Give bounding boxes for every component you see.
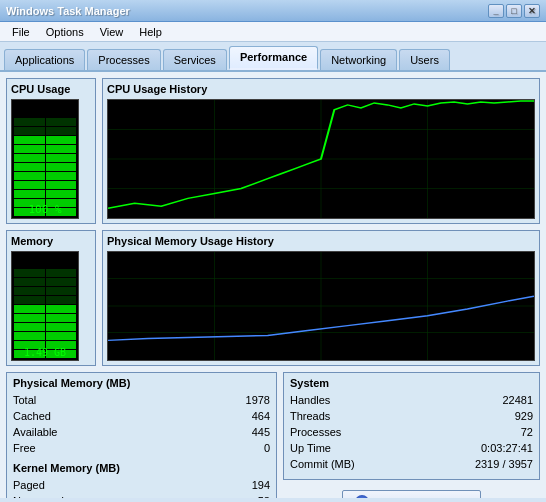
tabs-bar: Applications Processes Services Performa… — [0, 42, 546, 72]
cpu-gauge: 100 % — [11, 99, 79, 219]
tab-users[interactable]: Users — [399, 49, 450, 70]
menu-file[interactable]: File — [4, 24, 38, 40]
memory-label: Memory — [11, 235, 91, 247]
kernel-value-paged: 194 — [252, 477, 270, 493]
phys-mem-label-cached: Cached — [13, 408, 51, 424]
system-row-commit: Commit (MB) 2319 / 3957 — [290, 456, 533, 472]
kernel-mem-row-nonpaged: Nonpaged 58 — [13, 493, 270, 498]
resource-monitor-icon — [355, 495, 369, 498]
phys-mem-label-total: Total — [13, 392, 36, 408]
memory-history-label: Physical Memory Usage History — [107, 235, 535, 247]
phys-mem-value-total: 1978 — [246, 392, 270, 408]
system-value-handles: 22481 — [502, 392, 533, 408]
top-row: CPU Usage 100 % — [6, 78, 540, 224]
cpu-usage-label: CPU Usage — [11, 83, 91, 95]
system-value-threads: 929 — [515, 408, 533, 424]
system-title: System — [290, 377, 533, 389]
memory-history-section: Physical Memory Usage History — [102, 230, 540, 366]
system-value-processes: 72 — [521, 424, 533, 440]
system-stats: System Handles 22481 Threads 929 Process… — [283, 372, 540, 480]
phys-mem-label-available: Available — [13, 424, 57, 440]
memory-row: Memory 1.49 GB Physical Memo — [6, 230, 540, 366]
tab-performance[interactable]: Performance — [229, 46, 318, 70]
menu-options[interactable]: Options — [38, 24, 92, 40]
close-button[interactable]: ✕ — [524, 4, 540, 18]
title-bar-buttons[interactable]: _ □ ✕ — [488, 4, 540, 18]
tab-processes[interactable]: Processes — [87, 49, 160, 70]
minimize-button[interactable]: _ — [488, 4, 504, 18]
tab-applications[interactable]: Applications — [4, 49, 85, 70]
system-label-uptime: Up Time — [290, 440, 331, 456]
system-label-processes: Processes — [290, 424, 341, 440]
resource-monitor-button[interactable]: Resource Monitor... — [342, 490, 481, 498]
memory-value: 1.49 GB — [12, 347, 78, 358]
cpu-bars — [12, 100, 78, 218]
tab-networking[interactable]: Networking — [320, 49, 397, 70]
system-value-commit: 2319 / 3957 — [475, 456, 533, 472]
menu-view[interactable]: View — [92, 24, 132, 40]
system-row-uptime: Up Time 0:03:27:41 — [290, 440, 533, 456]
cpu-history-label: CPU Usage History — [107, 83, 535, 95]
phys-mem-label-free: Free — [13, 440, 36, 456]
phys-mem-row-free: Free 0 — [13, 440, 270, 456]
menu-help[interactable]: Help — [131, 24, 170, 40]
maximize-button[interactable]: □ — [506, 4, 522, 18]
memory-history-svg — [108, 252, 534, 360]
title-bar: Windows Task Manager _ □ ✕ — [0, 0, 546, 22]
cpu-history-section: CPU Usage History — [102, 78, 540, 224]
cpu-history-chart — [107, 99, 535, 219]
phys-mem-row-total: Total 1978 — [13, 392, 270, 408]
cpu-history-svg — [108, 100, 534, 218]
system-row-threads: Threads 929 — [290, 408, 533, 424]
cpu-value: 100 % — [12, 203, 78, 216]
phys-mem-row-cached: Cached 464 — [13, 408, 270, 424]
memory-history-chart — [107, 251, 535, 361]
physical-memory-stats: Physical Memory (MB) Total 1978 Cached 4… — [6, 372, 277, 498]
system-label-commit: Commit (MB) — [290, 456, 355, 472]
kernel-memory-title: Kernel Memory (MB) — [13, 462, 270, 474]
kernel-label-nonpaged: Nonpaged — [13, 493, 64, 498]
menu-bar: File Options View Help — [0, 22, 546, 42]
phys-mem-row-available: Available 445 — [13, 424, 270, 440]
system-label-threads: Threads — [290, 408, 330, 424]
kernel-value-nonpaged: 58 — [258, 493, 270, 498]
resource-monitor-container: Resource Monitor... — [283, 490, 540, 498]
tab-services[interactable]: Services — [163, 49, 227, 70]
system-row-handles: Handles 22481 — [290, 392, 533, 408]
phys-mem-value-free: 0 — [264, 440, 270, 456]
system-value-uptime: 0:03:27:41 — [481, 440, 533, 456]
phys-mem-value-available: 445 — [252, 424, 270, 440]
performance-content: CPU Usage 100 % — [0, 72, 546, 498]
kernel-label-paged: Paged — [13, 477, 45, 493]
phys-mem-value-cached: 464 — [252, 408, 270, 424]
system-row-processes: Processes 72 — [290, 424, 533, 440]
mem-bars — [12, 252, 78, 360]
cpu-usage-section: CPU Usage 100 % — [6, 78, 96, 224]
bottom-stats: Physical Memory (MB) Total 1978 Cached 4… — [6, 372, 540, 498]
physical-memory-title: Physical Memory (MB) — [13, 377, 270, 389]
resource-monitor-label: Resource Monitor... — [373, 496, 468, 498]
system-label-handles: Handles — [290, 392, 330, 408]
mem-gauge: 1.49 GB — [11, 251, 79, 361]
kernel-mem-row-paged: Paged 194 — [13, 477, 270, 493]
title-bar-text: Windows Task Manager — [6, 5, 130, 17]
memory-section: Memory 1.49 GB — [6, 230, 96, 366]
